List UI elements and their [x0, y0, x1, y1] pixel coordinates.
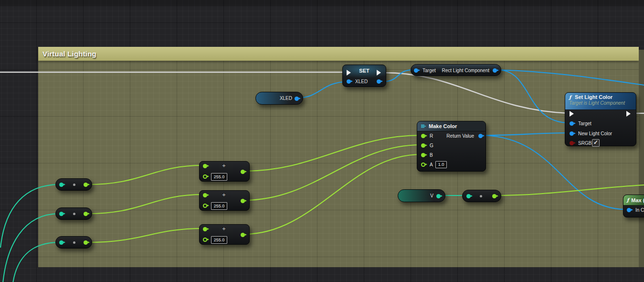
rect-light-output-pin[interactable] [493, 68, 497, 73]
comment-box-virtual-lighting: Virtual Lighting [38, 47, 639, 267]
divide-operator-icon: ÷ [222, 192, 225, 197]
node-subtitle: Target is Light Component [569, 100, 632, 106]
float-output-pin[interactable] [492, 194, 496, 198]
divide-operator-icon: ÷ [222, 226, 225, 231]
node-title: Make Color [429, 123, 457, 129]
a-value-field[interactable]: 1.0 [435, 161, 447, 168]
divisor-value-field[interactable]: 255.0 [211, 173, 227, 181]
exec-out-pin[interactable] [626, 111, 631, 117]
grid-shade-band [0, 0, 644, 6]
new-light-color-input-pin[interactable] [570, 131, 574, 136]
node-divide-3[interactable]: ÷ 255.0 [199, 224, 250, 245]
v-getter-output-pin[interactable] [436, 194, 441, 198]
node-get-xled[interactable]: XLED [255, 92, 303, 105]
comment-edge-strip [639, 50, 644, 267]
node-conversion-1[interactable] [55, 178, 92, 191]
variable-label: V [430, 193, 433, 198]
exec-out-pin[interactable] [377, 70, 381, 76]
blueprint-graph-canvas[interactable]: Virtual Lighting SET XLED XLED [0, 0, 644, 282]
float-output-pin[interactable] [84, 212, 88, 216]
b-pin-label: B [430, 152, 433, 158]
node-title: Max ( [631, 197, 644, 203]
divisor-input-pin[interactable] [203, 204, 207, 208]
xled-pin-label: XLED [355, 79, 368, 84]
xled-output-pin[interactable] [377, 79, 381, 84]
r-input-pin[interactable] [421, 134, 425, 138]
divisor-input-pin[interactable] [203, 238, 207, 242]
function-icon: ƒ [627, 197, 629, 203]
conversion-dot-icon [73, 241, 75, 244]
conversion-dot-icon [73, 213, 75, 215]
variable-label: XLED [280, 96, 292, 101]
srgb-pin-label: SRGB [578, 141, 591, 146]
divisor-value-field[interactable]: 255.0 [211, 236, 227, 244]
node-conversion-4[interactable] [462, 190, 501, 202]
comment-header[interactable]: Virtual Lighting [38, 47, 639, 61]
node-make-color[interactable]: Make Color R G B A 1.0 Return Value [417, 121, 486, 172]
dividend-input-pin[interactable] [203, 164, 207, 168]
xled-input-pin[interactable] [347, 79, 351, 84]
node-conversion-3[interactable] [55, 236, 92, 249]
result-output-pin[interactable] [241, 233, 245, 237]
node-header: Make Color [417, 121, 486, 131]
node-conversion-2[interactable] [55, 207, 92, 220]
a-input-pin[interactable] [421, 163, 425, 167]
node-max[interactable]: ƒ Max ( In Col [623, 195, 644, 217]
in-color-input-pin[interactable] [627, 208, 631, 212]
dividend-input-pin[interactable] [203, 227, 207, 231]
xled-getter-output-pin[interactable] [295, 97, 299, 101]
node-divide-1[interactable]: ÷ 255.0 [199, 161, 250, 182]
new-light-color-pin-label: New Light Color [578, 131, 612, 136]
target-pin-label: Target [422, 68, 436, 73]
divisor-input-pin[interactable] [203, 174, 207, 179]
target-input-pin[interactable] [414, 68, 418, 73]
srgb-checkbox[interactable]: ✓ [592, 139, 600, 147]
float-output-pin[interactable] [84, 240, 88, 245]
dividend-input-pin[interactable] [203, 193, 207, 197]
output-pin-label: Rect Light Component [442, 68, 489, 73]
conversion-dot-icon [480, 195, 482, 197]
result-output-pin[interactable] [241, 170, 245, 174]
comment-title: Virtual Lighting [42, 50, 96, 58]
function-icon: ƒ [569, 95, 571, 100]
in-color-pin-label: In Col [635, 207, 644, 213]
node-header: ƒ Set Light Color Target is Light Compon… [565, 93, 636, 110]
node-header: ƒ Max ( [623, 195, 644, 206]
return-value-output-pin[interactable] [478, 134, 483, 138]
byte-input-pin[interactable] [59, 183, 63, 187]
node-title: Set Light Color [575, 94, 612, 100]
make-struct-icon [421, 124, 426, 129]
node-divide-2[interactable]: ÷ 255.0 [199, 190, 250, 211]
target-input-pin[interactable] [570, 121, 574, 126]
byte-input-pin[interactable] [466, 194, 471, 198]
target-pin-label: Target [578, 121, 591, 126]
result-output-pin[interactable] [241, 199, 245, 203]
g-pin-label: G [430, 143, 433, 148]
comment-body[interactable] [38, 61, 639, 267]
divide-operator-icon: ÷ [222, 163, 225, 168]
node-get-rect-light-component[interactable]: Target Rect Light Component [411, 64, 501, 76]
node-set-light-color[interactable]: ƒ Set Light Color Target is Light Compon… [565, 92, 636, 146]
float-output-pin[interactable] [84, 183, 88, 187]
srgb-input-pin[interactable] [570, 141, 574, 145]
byte-input-pin[interactable] [59, 240, 63, 245]
exec-in-pin[interactable] [570, 111, 574, 117]
r-pin-label: R [430, 133, 433, 139]
b-input-pin[interactable] [421, 153, 425, 157]
divisor-value-field[interactable]: 255.0 [211, 202, 227, 210]
conversion-dot-icon [73, 184, 75, 186]
node-get-v[interactable]: V [398, 189, 445, 202]
return-value-label: Return Value [446, 133, 474, 139]
node-set-xled[interactable]: SET XLED [342, 65, 386, 87]
a-pin-label: A [430, 162, 433, 167]
g-input-pin[interactable] [421, 143, 425, 148]
byte-input-pin[interactable] [59, 212, 63, 216]
